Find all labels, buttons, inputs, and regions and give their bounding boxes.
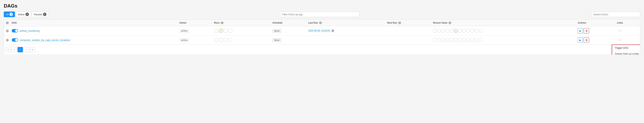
run-circle-1-0[interactable]: [214, 38, 218, 42]
last-run-info-icon-0[interactable]: i: [332, 29, 334, 32]
col-owner-label: Owner: [180, 21, 186, 24]
task-circle-1-4[interactable]: [450, 38, 454, 42]
pagination: « ‹ 1 › »: [4, 44, 640, 55]
task-circle-0-3[interactable]: [446, 29, 449, 33]
col-links-label: Links: [617, 21, 623, 24]
dag-name-link-1[interactable]: composer_sample_bq_copy_across_locations: [20, 39, 70, 41]
run-circle-1-1[interactable]: [219, 38, 223, 42]
toolbar: All 2 Active 2 Paused 0: [4, 11, 640, 17]
schedule-badge-0: None: [272, 29, 281, 33]
run-circles-0: 2: [214, 29, 269, 33]
owner-badge-0: airflow: [180, 29, 189, 33]
col-lastrun-info-icon[interactable]: i: [319, 21, 322, 24]
dags-table-wrapper: i DAG Owner Ru: [4, 19, 640, 55]
dags-table: i DAG Owner Ru: [4, 20, 640, 44]
delete-btn-0[interactable]: 🗑: [584, 28, 589, 33]
page-next-btn[interactable]: ›: [24, 47, 29, 52]
trigger-btn-0[interactable]: ▶: [578, 28, 583, 33]
owner-badge-1: airflow: [180, 38, 189, 42]
task-circle-0-0[interactable]: [433, 29, 437, 33]
trigger-dag-option[interactable]: Trigger DAG: [612, 45, 640, 51]
run-circle-0-3[interactable]: [228, 29, 232, 33]
run-circle-0-1[interactable]: 2: [219, 29, 223, 33]
col-schedule-label: Schedule: [272, 21, 282, 24]
task-circle-0-6[interactable]: [458, 29, 462, 33]
tab-group: All 2 Active 2 Paused 0: [4, 11, 48, 17]
filter-input[interactable]: [280, 12, 360, 17]
tab-paused[interactable]: Paused 0: [32, 11, 48, 17]
run-circle-0-0[interactable]: [214, 29, 218, 33]
task-circle-1-8[interactable]: [466, 38, 470, 42]
task-circle-0-11[interactable]: [479, 29, 482, 33]
row-info-icon-1[interactable]: i: [6, 39, 9, 41]
col-nextrun-info-icon[interactable]: i: [398, 21, 401, 24]
task-circle-1-10[interactable]: [474, 38, 478, 42]
run-circle-1-3[interactable]: [228, 38, 232, 42]
task-circle-1-7[interactable]: [462, 38, 466, 42]
table-row: i composer_sample_bq_copy_across_locatio…: [4, 35, 640, 45]
task-circle-1-3[interactable]: [446, 38, 449, 42]
tab-active[interactable]: Active 2: [16, 11, 31, 17]
actions-cell-1: ▶ 🗑: [578, 37, 614, 43]
schedule-badge-1: None: [272, 38, 281, 42]
col-actions-label: Actions: [578, 21, 586, 24]
page-prev-btn[interactable]: ‹: [12, 47, 17, 52]
run-circle-0-2[interactable]: [224, 29, 228, 33]
page-first-btn[interactable]: «: [6, 47, 11, 52]
task-circle-0-1[interactable]: [437, 29, 441, 33]
dag-cell-1: composer_sample_bq_copy_across_locations: [12, 38, 176, 42]
row-info-icon-0[interactable]: i: [6, 30, 9, 32]
dag-toggle-1[interactable]: [12, 38, 18, 42]
run-circle-1-2[interactable]: [224, 38, 228, 42]
tab-all-count: 2: [10, 13, 13, 16]
dropdown-menu: Trigger DAG Trigger DAG w/ config: [612, 44, 640, 55]
task-circle-0-5[interactable]: 1: [454, 29, 458, 33]
page-title: DAGs: [4, 3, 640, 9]
task-circle-1-6[interactable]: [458, 38, 462, 42]
actions-cell-0: ▶ 🗑: [578, 28, 614, 33]
search-input[interactable]: [591, 12, 640, 17]
task-circle-1-1[interactable]: [437, 38, 441, 42]
tab-all-label: All: [6, 13, 8, 16]
task-circles-1: [433, 38, 575, 42]
more-btn-0[interactable]: ···: [617, 29, 622, 33]
col-runs-label: Runs: [214, 21, 220, 24]
page-last-btn[interactable]: »: [30, 47, 35, 52]
dag-cell-0: airflow_monitoring: [12, 29, 176, 32]
trigger-dag-w-config-option[interactable]: Trigger DAG w/ config: [612, 51, 640, 55]
col-nextrun-label: Next Run: [387, 21, 397, 24]
col-recenttasks-label: Recent Tasks: [433, 21, 448, 24]
run-circles-1: [214, 38, 269, 42]
last-run-text-0[interactable]: 2022-09-08, 16:26:04: [308, 29, 330, 32]
tab-active-count: 2: [26, 13, 29, 16]
task-circle-1-11[interactable]: [479, 38, 482, 42]
page-current-btn[interactable]: 1: [18, 47, 23, 52]
task-circle-1-0[interactable]: [433, 38, 437, 42]
tab-paused-count: 0: [43, 13, 46, 16]
task-circle-0-9[interactable]: [470, 29, 474, 33]
task-circles-0: 1: [433, 29, 575, 33]
tab-paused-label: Paused: [34, 13, 42, 16]
dag-name-link-0[interactable]: airflow_monitoring: [20, 29, 40, 32]
tab-active-label: Active: [18, 13, 24, 16]
col-dag-label: DAG: [12, 21, 17, 24]
tab-all[interactable]: All 2: [4, 11, 15, 17]
col-lastrun-label: Last Run: [308, 21, 318, 24]
task-circle-1-5[interactable]: [454, 38, 458, 42]
task-circle-1-2[interactable]: [441, 38, 445, 42]
delete-btn-1[interactable]: 🗑: [584, 37, 589, 43]
task-circle-1-9[interactable]: [470, 38, 474, 42]
col-info-icon[interactable]: i: [6, 21, 9, 24]
task-circle-0-8[interactable]: [466, 29, 470, 33]
col-runs-info-icon[interactable]: i: [221, 21, 224, 24]
col-recenttasks-info-icon[interactable]: i: [448, 21, 451, 24]
task-circle-0-10[interactable]: [474, 29, 478, 33]
task-circle-0-2[interactable]: [441, 29, 445, 33]
task-circle-0-7[interactable]: [462, 29, 466, 33]
table-row: i airflow_monitoring airflow: [4, 26, 640, 35]
more-btn-1[interactable]: ···: [617, 38, 622, 42]
dag-toggle-0[interactable]: [12, 29, 18, 32]
task-circle-0-4[interactable]: [450, 29, 454, 33]
trigger-btn-1[interactable]: ▶: [578, 37, 583, 43]
